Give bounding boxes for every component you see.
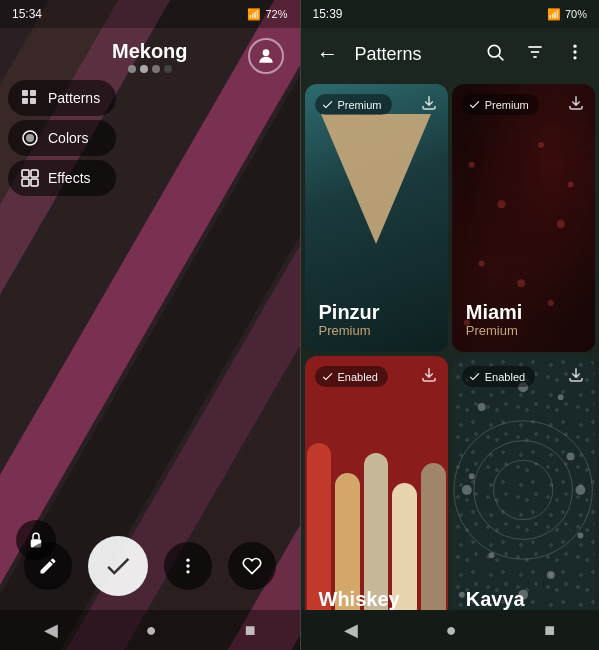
back-button[interactable]: ← (309, 37, 347, 71)
left-nav-items: Patterns Colors Effects (8, 80, 116, 196)
whiskey-col-1 (307, 443, 332, 610)
svg-point-30 (573, 50, 576, 53)
svg-point-22 (186, 564, 189, 567)
kavya-download-icon[interactable] (567, 366, 585, 389)
left-title-block: Mekong (112, 40, 188, 73)
svg-point-47 (566, 452, 574, 460)
nav-colors-label: Colors (48, 130, 88, 146)
svg-point-40 (548, 300, 554, 306)
miami-badge-label: Premium (485, 99, 529, 111)
whiskey-name: Whiskey (319, 588, 400, 610)
more-vert-icon[interactable] (559, 38, 591, 71)
left-status-time: 15:34 (12, 7, 42, 21)
dot-4 (164, 65, 172, 73)
svg-rect-12 (22, 98, 28, 104)
pattern-grid: Premium Pinzur Premium (301, 80, 600, 610)
left-title-dots (112, 65, 188, 73)
svg-rect-10 (22, 90, 28, 96)
miami-badge: Premium (462, 94, 539, 115)
pinzur-name: Pinzur (319, 301, 380, 323)
svg-point-29 (573, 44, 576, 47)
left-panel: 15:34 📶 72% Mekong (0, 0, 300, 650)
pinzur-sub: Premium (319, 323, 380, 338)
svg-point-43 (454, 421, 592, 559)
dot-2 (140, 65, 148, 73)
whiskey-columns (305, 423, 448, 610)
right-wifi-icon: 📶 (547, 8, 561, 21)
miami-sub: Premium (466, 323, 523, 338)
right-bottom-nav: ◀ ● ■ (301, 610, 600, 650)
right-topbar-icons (479, 38, 591, 71)
pinzur-name-block: Pinzur Premium (319, 301, 380, 338)
svg-point-50 (577, 532, 583, 538)
right-battery-text: 70% (565, 8, 587, 20)
whiskey-download-icon[interactable] (420, 366, 438, 389)
svg-rect-19 (31, 179, 38, 186)
filter-icon[interactable] (519, 38, 551, 71)
svg-rect-18 (22, 179, 29, 186)
heart-button[interactable] (228, 542, 276, 590)
right-topbar: ← Patterns (301, 28, 600, 80)
right-title: Patterns (355, 44, 472, 65)
miami-name-block: Miami Premium (466, 301, 523, 338)
svg-point-36 (478, 260, 484, 266)
right-status-bar: 15:39 📶 70% (301, 0, 600, 28)
edit-button[interactable] (24, 542, 72, 590)
more-button[interactable] (164, 542, 212, 590)
svg-point-35 (556, 220, 564, 228)
right-square-nav[interactable]: ■ (544, 620, 555, 641)
nav-patterns-label: Patterns (48, 90, 100, 106)
nav-item-patterns[interactable]: Patterns (8, 80, 116, 116)
patterns-icon (20, 88, 40, 108)
left-bottom-bar (0, 526, 300, 606)
search-icon[interactable] (479, 38, 511, 71)
right-status-icons: 📶 70% (547, 8, 587, 21)
pinzur-download-icon[interactable] (420, 94, 438, 117)
pattern-card-miami[interactable]: Premium Miami Premium (452, 84, 595, 352)
pattern-card-whiskey[interactable]: Enabled Whiskey (305, 356, 448, 610)
pattern-card-pinzur[interactable]: Premium Pinzur Premium (305, 84, 448, 352)
nav-item-effects[interactable]: Effects (8, 160, 116, 196)
svg-point-49 (547, 571, 555, 579)
right-back-nav[interactable]: ◀ (344, 619, 358, 641)
wifi-icon: 📶 (247, 8, 261, 21)
left-square-nav[interactable]: ■ (245, 620, 256, 641)
left-title: Mekong (112, 40, 188, 63)
left-back-nav[interactable]: ◀ (44, 619, 58, 641)
dot-1 (128, 65, 136, 73)
pinzur-badge-label: Premium (338, 99, 382, 111)
svg-point-34 (538, 142, 544, 148)
miami-name: Miami (466, 301, 523, 323)
right-home-nav[interactable]: ● (446, 620, 457, 641)
svg-point-23 (186, 570, 189, 573)
svg-point-45 (557, 394, 563, 400)
whiskey-name-block: Whiskey (319, 588, 400, 610)
kavya-badge-label: Enabled (485, 371, 525, 383)
whiskey-col-5 (421, 463, 446, 610)
pattern-card-kavya[interactable]: Enabled Kavya (452, 356, 595, 610)
right-panel: 15:39 📶 70% ← Patterns (301, 0, 600, 650)
svg-point-21 (186, 559, 189, 562)
whiskey-badge: Enabled (315, 366, 388, 387)
battery-text: 72% (265, 8, 287, 20)
colors-icon (20, 128, 40, 148)
pinzur-triangle (321, 114, 431, 244)
svg-rect-11 (30, 90, 36, 96)
svg-point-42 (473, 441, 572, 540)
pinzur-badge: Premium (315, 94, 392, 115)
whiskey-badge-label: Enabled (338, 371, 378, 383)
svg-point-37 (517, 279, 525, 287)
svg-point-55 (575, 485, 585, 495)
left-status-icons: 📶 72% (247, 8, 287, 21)
svg-rect-13 (30, 98, 36, 104)
kavya-badge: Enabled (462, 366, 535, 387)
miami-download-icon[interactable] (567, 94, 585, 117)
svg-point-38 (567, 181, 573, 187)
svg-point-33 (497, 200, 505, 208)
check-button[interactable] (88, 536, 148, 596)
left-home-nav[interactable]: ● (146, 620, 157, 641)
left-bottom-nav: ◀ ● ■ (0, 610, 300, 650)
svg-rect-16 (22, 170, 29, 177)
profile-icon[interactable] (248, 38, 284, 74)
nav-item-colors[interactable]: Colors (8, 120, 116, 156)
